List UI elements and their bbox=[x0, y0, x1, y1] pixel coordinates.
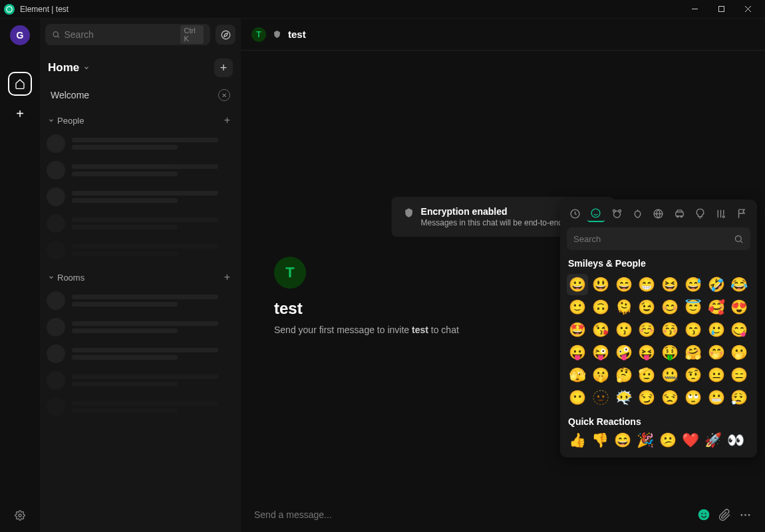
window-close-button[interactable] bbox=[734, 0, 761, 19]
emoji-cell[interactable]: 🙂 bbox=[567, 297, 588, 318]
emoji-cell[interactable]: 🫠 bbox=[613, 297, 635, 318]
add-space-button[interactable]: + bbox=[10, 104, 30, 124]
emoji-search-wrapper[interactable] bbox=[567, 227, 750, 250]
space-home-label[interactable]: Home bbox=[48, 61, 90, 74]
settings-button[interactable] bbox=[10, 505, 30, 525]
emoji-cell[interactable]: 😃 bbox=[590, 274, 611, 295]
emoji-tab-animals[interactable] bbox=[609, 205, 625, 222]
emoji-cell[interactable]: 😗 bbox=[613, 319, 635, 340]
quick-reaction-cell[interactable]: 👎 bbox=[589, 430, 611, 451]
emoji-cell[interactable]: 🫣 bbox=[567, 364, 588, 386]
home-space-button[interactable] bbox=[8, 72, 32, 96]
emoji-cell[interactable]: 🤪 bbox=[613, 342, 635, 363]
user-avatar[interactable]: G bbox=[10, 25, 30, 45]
emoji-cell[interactable]: 😏 bbox=[636, 387, 657, 408]
emoji-cell[interactable]: 😁 bbox=[636, 274, 657, 295]
quick-reaction-cell[interactable]: 👀 bbox=[725, 430, 746, 451]
emoji-cell[interactable]: 🤑 bbox=[659, 342, 681, 363]
emoji-cell[interactable]: 🙄 bbox=[683, 387, 704, 408]
emoji-tab-objects[interactable] bbox=[692, 205, 708, 222]
people-section-toggle[interactable]: People bbox=[48, 116, 84, 126]
emoji-cell[interactable]: 😍 bbox=[728, 297, 750, 318]
quick-reaction-cell[interactable]: 🚀 bbox=[702, 430, 724, 451]
emoji-cell[interactable]: 😙 bbox=[683, 319, 704, 340]
emoji-tab-flags[interactable] bbox=[734, 205, 750, 222]
emoji-cell[interactable]: 😑 bbox=[728, 364, 750, 386]
emoji-cell[interactable]: 😊 bbox=[659, 297, 681, 318]
more-options-button[interactable] bbox=[739, 509, 752, 521]
emoji-cell[interactable]: 🤐 bbox=[659, 364, 681, 386]
emoji-cell[interactable]: 😮‍💨 bbox=[728, 387, 750, 408]
window-minimize-button[interactable] bbox=[681, 0, 708, 19]
emoji-cell[interactable]: 🤭 bbox=[706, 342, 727, 363]
add-rooms-button[interactable]: + bbox=[222, 271, 233, 283]
add-people-button[interactable]: + bbox=[222, 114, 233, 126]
emoji-button[interactable] bbox=[697, 508, 710, 521]
emoji-picker: Smileys & People 😀😃😄😁😆😅🤣😂🙂🙃🫠😉😊😇🥰😍🤩😘😗☺️😚😙… bbox=[560, 200, 757, 458]
rooms-section-toggle[interactable]: Rooms bbox=[48, 273, 84, 283]
emoji-cell[interactable]: 🙃 bbox=[590, 297, 611, 318]
emoji-cell[interactable]: 😒 bbox=[659, 387, 681, 408]
window-maximize-button[interactable] bbox=[708, 0, 734, 19]
emoji-cell[interactable]: 🥲 bbox=[706, 319, 727, 340]
list-item-placeholder bbox=[45, 340, 235, 367]
emoji-cell[interactable]: 😬 bbox=[706, 387, 727, 408]
emoji-cell[interactable]: 😚 bbox=[659, 319, 681, 340]
emoji-cell[interactable]: 🤔 bbox=[613, 364, 635, 386]
quick-reaction-cell[interactable]: 👍 bbox=[567, 430, 588, 451]
emoji-cell[interactable]: 🫡 bbox=[636, 364, 657, 386]
list-item-placeholder bbox=[45, 130, 235, 157]
emoji-cell[interactable]: 🤣 bbox=[706, 274, 727, 295]
emoji-cell[interactable]: 😅 bbox=[683, 274, 704, 295]
emoji-cell[interactable]: 😄 bbox=[613, 274, 635, 295]
emoji-tab-symbols[interactable] bbox=[712, 205, 729, 222]
quick-reaction-cell[interactable]: 🎉 bbox=[635, 430, 656, 451]
emoji-cell[interactable]: 😆 bbox=[659, 274, 681, 295]
svg-point-5 bbox=[19, 514, 21, 517]
emoji-cell[interactable]: 😘 bbox=[590, 319, 611, 340]
close-welcome-button[interactable]: ✕ bbox=[218, 89, 230, 101]
quick-reaction-cell[interactable]: ❤️ bbox=[680, 430, 701, 451]
emoji-cell[interactable]: 😝 bbox=[636, 342, 657, 363]
emoji-tab-travel[interactable] bbox=[671, 205, 688, 222]
emoji-cell[interactable]: 😇 bbox=[683, 297, 704, 318]
emoji-tab-activity[interactable] bbox=[650, 205, 667, 222]
emoji-tab-recent[interactable] bbox=[567, 205, 583, 222]
emoji-cell[interactable]: 😶 bbox=[567, 387, 588, 408]
emoji-tab-smileys[interactable] bbox=[587, 205, 604, 222]
room-main: T test Encryption enabled Messages in th… bbox=[241, 19, 765, 532]
emoji-cell[interactable]: ☺️ bbox=[636, 319, 657, 340]
emoji-cell[interactable]: 🤨 bbox=[683, 364, 704, 386]
explore-button[interactable] bbox=[216, 25, 235, 45]
emoji-search-input[interactable] bbox=[573, 234, 734, 244]
quick-reaction-cell[interactable]: 😕 bbox=[657, 430, 679, 451]
emoji-cell[interactable]: 🫥 bbox=[590, 387, 611, 408]
emoji-cell[interactable]: 😂 bbox=[728, 274, 750, 295]
attach-button[interactable] bbox=[718, 509, 731, 521]
quick-reaction-cell[interactable]: 😄 bbox=[612, 430, 633, 451]
svg-point-32 bbox=[744, 514, 746, 516]
emoji-cell[interactable]: 🤗 bbox=[683, 342, 704, 363]
room-name[interactable]: test bbox=[288, 29, 306, 40]
room-avatar-small[interactable]: T bbox=[251, 27, 266, 42]
emoji-cell[interactable]: 🫢 bbox=[728, 342, 750, 363]
emoji-cell[interactable]: 🤫 bbox=[590, 364, 611, 386]
shield-icon bbox=[273, 30, 281, 39]
search-input-wrapper[interactable]: Ctrl K bbox=[45, 24, 210, 45]
list-item-placeholder bbox=[45, 367, 235, 394]
emoji-tab-food[interactable] bbox=[629, 205, 646, 222]
emoji-cell[interactable]: 😐 bbox=[706, 364, 727, 386]
emoji-cell[interactable]: 😜 bbox=[590, 342, 611, 363]
svg-point-31 bbox=[741, 514, 743, 516]
emoji-cell[interactable]: 😶‍🌫️ bbox=[613, 387, 635, 408]
message-input[interactable] bbox=[254, 509, 689, 520]
emoji-cell[interactable]: 😀 bbox=[567, 274, 588, 295]
search-input[interactable] bbox=[64, 29, 180, 40]
add-room-button[interactable]: + bbox=[214, 59, 233, 77]
welcome-banner[interactable]: Welcome ✕ bbox=[45, 84, 235, 106]
emoji-cell[interactable]: 🤩 bbox=[567, 319, 588, 340]
emoji-cell[interactable]: 🥰 bbox=[706, 297, 727, 318]
emoji-cell[interactable]: 😋 bbox=[728, 319, 750, 340]
emoji-cell[interactable]: 😛 bbox=[567, 342, 588, 363]
emoji-cell[interactable]: 😉 bbox=[636, 297, 657, 318]
